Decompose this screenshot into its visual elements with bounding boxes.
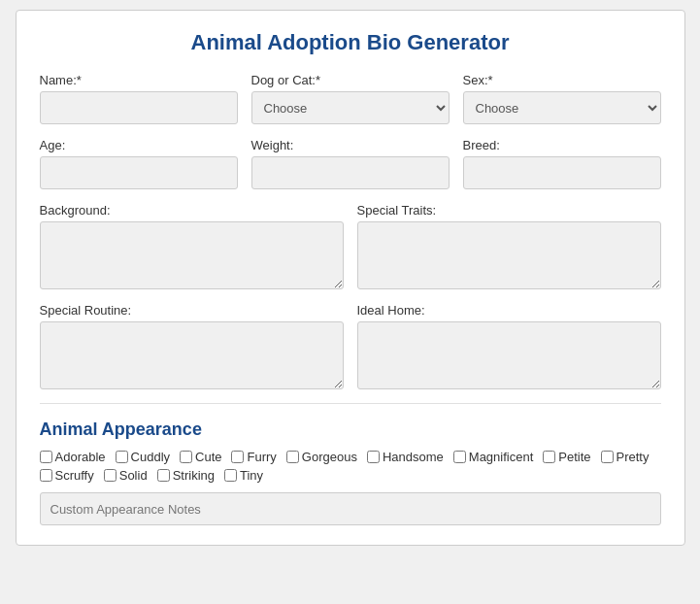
checkbox-label-handsome[interactable]: Handsome: [367, 450, 444, 464]
name-input[interactable]: [40, 91, 238, 124]
checkbox-solid[interactable]: [104, 469, 117, 482]
background-textarea[interactable]: [40, 221, 344, 289]
weight-label: Weight:: [251, 138, 450, 152]
custom-appearance-notes-input[interactable]: [40, 492, 661, 525]
page-title: Animal Adoption Bio Generator: [40, 30, 661, 55]
checkbox-scruffy[interactable]: [40, 469, 52, 482]
appearance-section: Animal Appearance Adorable Cuddly Cute F…: [40, 403, 661, 525]
checkbox-cuddly[interactable]: [116, 451, 128, 463]
weight-input[interactable]: [251, 156, 450, 189]
checkbox-furry[interactable]: [231, 451, 244, 463]
special-traits-textarea[interactable]: [357, 221, 661, 289]
checkbox-label-furry[interactable]: Furry: [231, 450, 276, 464]
dog-or-cat-group: Dog or Cat:* Choose Dog Cat: [251, 73, 450, 124]
row-name-dogcat-sex: Name:* Dog or Cat:* Choose Dog Cat Sex:*…: [40, 73, 661, 124]
checkbox-adorable[interactable]: [40, 451, 52, 463]
checkbox-striking[interactable]: [157, 469, 170, 482]
checkbox-label-magnificent[interactable]: Magnificent: [453, 450, 533, 464]
checkbox-label-pretty[interactable]: Pretty: [601, 450, 650, 464]
sex-select[interactable]: Choose Male Female: [463, 91, 661, 124]
checkbox-label-striking[interactable]: Striking: [157, 468, 215, 483]
breed-group: Breed:: [463, 138, 661, 189]
checkbox-label-gorgeous[interactable]: Gorgeous: [286, 450, 357, 464]
checkbox-petite[interactable]: [543, 451, 555, 463]
checkbox-label-tiny[interactable]: Tiny: [224, 468, 263, 483]
checkbox-label-solid[interactable]: Solid: [104, 468, 148, 483]
background-group: Background:: [40, 203, 344, 289]
name-group: Name:*: [40, 73, 238, 124]
sex-label: Sex:*: [463, 73, 661, 87]
checkbox-magnificent[interactable]: [453, 451, 466, 463]
special-routine-group: Special Routine:: [40, 303, 344, 389]
background-label: Background:: [40, 203, 344, 218]
age-group: Age:: [40, 138, 238, 189]
checkbox-label-cuddly[interactable]: Cuddly: [116, 450, 170, 464]
weight-group: Weight:: [251, 138, 450, 189]
special-traits-label: Special Traits:: [357, 203, 661, 218]
row-background-traits: Background: Special Traits:: [40, 203, 661, 289]
sex-group: Sex:* Choose Male Female: [463, 73, 661, 124]
age-label: Age:: [40, 138, 238, 152]
dog-or-cat-select[interactable]: Choose Dog Cat: [251, 91, 450, 124]
checkbox-label-petite[interactable]: Petite: [543, 450, 590, 464]
row-age-weight-breed: Age: Weight: Breed:: [40, 138, 661, 189]
checkbox-label-adorable[interactable]: Adorable: [40, 450, 106, 464]
special-routine-textarea[interactable]: [40, 321, 344, 389]
checkbox-label-cute[interactable]: Cute: [180, 450, 221, 464]
ideal-home-label: Ideal Home:: [357, 303, 661, 318]
special-traits-group: Special Traits:: [357, 203, 661, 289]
checkbox-tiny[interactable]: [224, 469, 237, 482]
appearance-section-title: Animal Appearance: [40, 419, 661, 440]
main-card: Animal Adoption Bio Generator Name:* Dog…: [16, 10, 685, 546]
checkbox-handsome[interactable]: [367, 451, 380, 463]
breed-input[interactable]: [463, 156, 661, 189]
name-label: Name:*: [40, 73, 238, 87]
special-routine-label: Special Routine:: [40, 303, 344, 318]
checkbox-pretty[interactable]: [601, 451, 614, 463]
ideal-home-group: Ideal Home:: [357, 303, 661, 389]
breed-label: Breed:: [463, 138, 661, 152]
checkbox-cute[interactable]: [180, 451, 192, 463]
dog-or-cat-label: Dog or Cat:*: [251, 73, 450, 87]
checkbox-gorgeous[interactable]: [286, 451, 299, 463]
checkbox-label-scruffy[interactable]: Scruffy: [40, 468, 94, 483]
row-routine-home: Special Routine: Ideal Home:: [40, 303, 661, 389]
appearance-checkboxes-container: Adorable Cuddly Cute Furry Gorgeous Hand…: [40, 450, 661, 483]
ideal-home-textarea[interactable]: [357, 321, 661, 389]
age-input[interactable]: [40, 156, 238, 189]
